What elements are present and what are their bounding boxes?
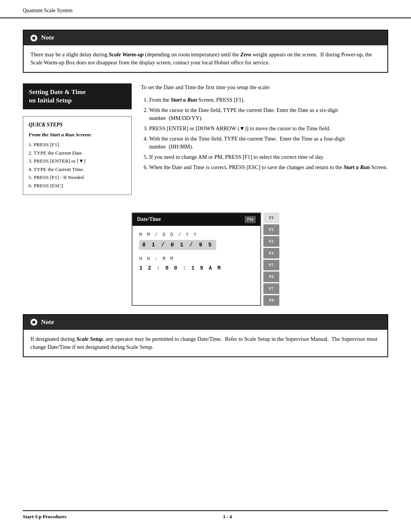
- fn-key-f3: F3: [263, 236, 279, 247]
- fn-key-f4: F4: [263, 248, 279, 259]
- right-intro: To set the Date and Time the first time …: [141, 83, 388, 91]
- right-column: To set the Date and Time the first time …: [141, 83, 388, 195]
- left-column: Setting Date & Time on Initial Setup QUI…: [23, 83, 141, 195]
- note-box-2: Note If designated during Scale Setup, a…: [23, 314, 388, 357]
- date-label: M M / D D / Y Y: [139, 232, 253, 238]
- note2-header: Note: [24, 315, 387, 330]
- note2-body: If designated during Scale Setup, any op…: [24, 330, 387, 356]
- list-item: 3. PRESS [ENTER] or [▼]: [29, 157, 126, 165]
- list-item: If you need to change AM or PM, PRESS [F…: [149, 153, 388, 161]
- note-box-1: Note There may be a slight delay during …: [23, 30, 388, 73]
- scale-screen-body: M M / D D / Y Y 0 1 / 0 1 / 9 5 H H : M …: [132, 226, 260, 279]
- list-item: 4. TYPE the Current Time.: [29, 166, 126, 173]
- page-content: Note There may be a slight delay during …: [0, 18, 411, 398]
- quick-steps-title: QUICK STEPS: [29, 121, 126, 129]
- date-value: 0 1 / 0 1 / 9 5: [139, 240, 216, 250]
- scale-screen: Date/Time PM M M / D D / Y Y 0 1 / 0 1 /…: [132, 212, 261, 306]
- list-item: With the cursor in the Time field, TYPE …: [149, 135, 388, 151]
- fn-key-f7: F7: [263, 283, 279, 294]
- list-item: With the cursor in the Date field, TYPE …: [149, 106, 388, 122]
- section-heading-line1: Setting Date & Time: [29, 88, 86, 96]
- scale-screen-header: Date/Time PM: [132, 213, 260, 225]
- note1-header: Note: [24, 30, 387, 45]
- quick-steps-list: 1. PRESS [F1] 2. TYPE the Current Date 3…: [29, 141, 126, 189]
- footer-center: 3 - 4: [223, 513, 232, 521]
- time-label: H H : M M: [139, 256, 253, 262]
- page-header: Quantum Scale System: [0, 0, 411, 18]
- scale-screen-title: Date/Time: [137, 216, 161, 223]
- list-item: 5. PRESS [F1] - If Needed: [29, 174, 126, 181]
- scale-diagram: Date/Time PM M M / D D / Y Y 0 1 / 0 1 /…: [132, 212, 279, 306]
- note2-title: Note: [41, 318, 54, 327]
- time-value: 1 2 : 0 0 : 1 9 A M: [139, 264, 253, 272]
- footer-left: Start-Up Procedures: [23, 513, 67, 521]
- note1-title: Note: [41, 33, 54, 43]
- list-item: From the Start a Run Screen, PRESS [F1].: [149, 96, 388, 104]
- section-heading-line2: on Initial Setup: [29, 97, 72, 104]
- right-steps-list: From the Start a Run Screen, PRESS [F1].…: [141, 96, 388, 171]
- fn-key-f6: F6: [263, 272, 279, 282]
- quick-steps-box: QUICK STEPS From the Start a Run Screen:…: [23, 116, 132, 195]
- scale-diagram-container: Date/Time PM M M / D D / Y Y 0 1 / 0 1 /…: [23, 212, 388, 306]
- section-heading: Setting Date & Time on Initial Setup: [23, 83, 132, 109]
- page-footer: Start-Up Procedures 3 - 4: [23, 510, 388, 521]
- fn-keys-panel: F1 F2 F3 F4 F5 F6 F7 F8: [263, 212, 279, 306]
- fn-key-f1: F1: [263, 212, 279, 223]
- fn-key-f8: F8: [263, 295, 279, 306]
- fn-key-f2: F2: [263, 224, 279, 235]
- list-item: PRESS [ENTER] or [DOWN ARROW (▼)] to mov…: [149, 125, 388, 133]
- list-item: When the Date and Time is correct, PRESS…: [149, 163, 388, 171]
- quick-steps-subtitle: From the Start a Run Screen:: [29, 131, 126, 139]
- note1-body: There may be a slight delay during Scale…: [24, 45, 387, 72]
- list-item: 6. PRESS [ESC]: [29, 182, 126, 190]
- note1-bullet-icon: [30, 35, 37, 42]
- list-item: 2. TYPE the Current Date: [29, 149, 126, 157]
- header-title: Quantum Scale System: [23, 8, 73, 13]
- pm-label: PM: [245, 216, 256, 223]
- list-item: 1. PRESS [F1]: [29, 141, 126, 149]
- main-section: Setting Date & Time on Initial Setup QUI…: [23, 83, 388, 195]
- fn-key-f5: F5: [263, 260, 279, 270]
- note2-bullet-icon: [30, 319, 37, 326]
